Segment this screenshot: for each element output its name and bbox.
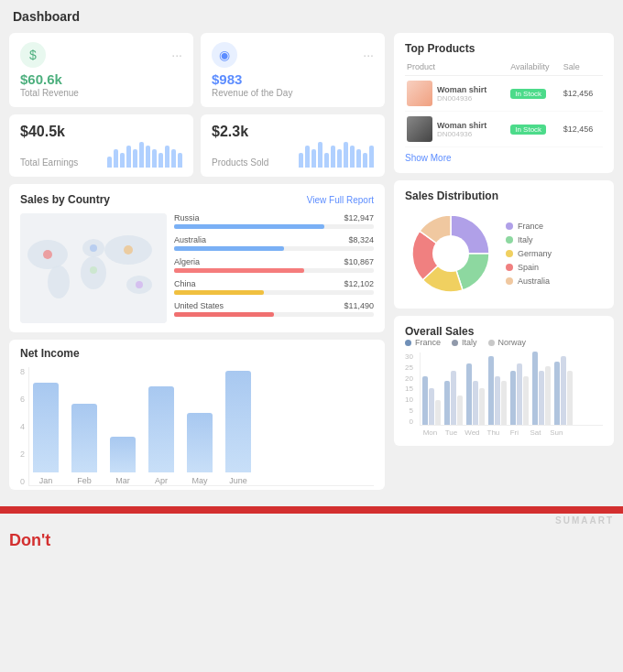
show-more-link[interactable]: Show More xyxy=(405,153,452,163)
sales-country-header: Sales by Country View Full Report xyxy=(20,193,374,206)
os-bar xyxy=(429,388,434,425)
world-map xyxy=(20,213,167,323)
total-earnings-card: $40.5k Total Earnings xyxy=(9,114,193,177)
os-bar xyxy=(444,381,450,425)
legend-item: Germany xyxy=(506,249,552,258)
os-y-label: 0 xyxy=(409,417,412,426)
revenue-day-label: Revenue of the Day xyxy=(212,88,374,98)
os-bar-group xyxy=(488,356,507,425)
products-label: Products Sold xyxy=(212,157,268,168)
net-income-card: Net Income 86420 Jan Feb Mar Apr May Jun… xyxy=(9,340,385,490)
sales-distribution-card: Sales Distribution FranceItalyGermanySpa… xyxy=(394,180,614,309)
y-label: 8 xyxy=(20,367,25,376)
os-chart-wrapper: 302520151050 MonTueWedThuFriSatSun xyxy=(405,352,603,437)
sales-by-country-card: Sales by Country View Full Report xyxy=(9,184,385,332)
earnings-content: Total Earnings xyxy=(20,142,182,168)
legend-item: Australia xyxy=(506,276,552,286)
legend-item: Spain xyxy=(506,263,552,272)
table-row: Woman shirt DN004936 In Stock $12,456 xyxy=(405,112,603,147)
country-row: China $12,102 xyxy=(174,279,374,295)
view-full-report-link[interactable]: View Full Report xyxy=(307,195,374,205)
os-bar xyxy=(457,396,463,425)
revenue-day-icon: ◉ xyxy=(212,42,237,68)
bar-group: June xyxy=(225,371,251,485)
dashboard-header: Dashboard xyxy=(0,0,623,29)
y-axis-labels: 86420 xyxy=(20,367,28,486)
os-legend-item: Italy xyxy=(452,338,477,347)
earnings-label: Total Earnings xyxy=(20,157,78,168)
os-x-labels: MonTueWedThuFriSatSun xyxy=(420,428,603,437)
earnings-mini-chart xyxy=(107,142,182,168)
stat-card-header-2: ◉ ··· xyxy=(212,42,374,68)
os-legend: FranceItalyNorway xyxy=(405,338,603,347)
os-bar xyxy=(501,381,507,425)
os-bar xyxy=(554,362,560,425)
bar-group: Jan xyxy=(33,383,59,485)
os-y-label: 20 xyxy=(405,374,413,383)
legend-item: Italy xyxy=(506,235,552,244)
svg-point-11 xyxy=(136,281,143,288)
os-bar xyxy=(545,366,551,425)
os-bar xyxy=(510,371,516,425)
page-wrapper: Dashboard $ ··· $60.6k Total Revenue xyxy=(0,0,623,554)
os-bar xyxy=(479,388,485,425)
top-products-title: Top Products xyxy=(405,42,603,55)
sales-country-title: Sales by Country xyxy=(20,193,110,206)
earnings-value: $40.5k xyxy=(20,124,182,140)
products-value: $2.3k xyxy=(212,124,374,140)
os-bar-group xyxy=(444,371,463,425)
revenue-day-value: $983 xyxy=(212,71,374,87)
country-bars: Russia $12,947 Australia $8,324 Algeria … xyxy=(174,213,374,323)
os-bar-group xyxy=(554,356,573,425)
os-bar xyxy=(473,381,478,425)
distribution-title: Sales Distribution xyxy=(405,190,603,202)
pie-chart xyxy=(405,208,497,299)
overall-sales-card: Overall Sales FranceItalyNorway 30252015… xyxy=(394,316,614,446)
os-bar xyxy=(422,376,428,425)
revenue-value: $60.6k xyxy=(20,71,182,87)
os-x-label: Wed xyxy=(464,428,481,437)
col-availability: Availability xyxy=(508,59,561,76)
svg-point-9 xyxy=(90,266,97,274)
country-row: Australia $8,324 xyxy=(174,235,374,251)
y-label: 6 xyxy=(20,395,25,404)
revenue-menu[interactable]: ··· xyxy=(171,48,182,62)
dont-label: Don't xyxy=(0,527,623,554)
products-table: Product Availability Sale Woman shirt DN… xyxy=(405,59,603,147)
left-panel: $ ··· $60.6k Total Revenue ◉ ··· $983 Re… xyxy=(9,33,385,497)
os-y-label: 30 xyxy=(405,352,413,361)
right-panel: Top Products Product Availability Sale W… xyxy=(394,33,614,497)
country-row: Algeria $10,867 xyxy=(174,257,374,273)
os-bar xyxy=(466,363,472,425)
os-bar xyxy=(517,363,522,425)
net-income-chart-container: 86420 Jan Feb Mar Apr May June xyxy=(20,367,374,486)
table-row: Woman shirt DN004936 In Stock $12,456 xyxy=(405,76,603,112)
watermark-bar xyxy=(0,506,623,514)
os-bar-group xyxy=(510,363,529,425)
net-income-title: Net Income xyxy=(20,347,374,360)
revenue-icon: $ xyxy=(20,42,46,68)
bar-group: May xyxy=(187,413,213,485)
os-bar xyxy=(567,371,573,425)
pie-area: FranceItalyGermanySpainAustralia xyxy=(405,208,603,299)
legend-item: France xyxy=(506,222,552,231)
os-chart-area: MonTueWedThuFriSatSun xyxy=(420,352,603,437)
bar-group: Apr xyxy=(148,386,174,485)
y-label: 4 xyxy=(20,422,25,431)
y-label: 0 xyxy=(20,477,25,486)
earnings-cards-row: $40.5k Total Earnings $2.3k Products Sol… xyxy=(9,114,385,177)
revenue-day-card: ◉ ··· $983 Revenue of the Day xyxy=(201,33,385,107)
watermark-text: SUMAART xyxy=(0,514,623,527)
os-bar xyxy=(532,352,538,425)
os-y-label: 15 xyxy=(405,385,413,393)
bar-group: Mar xyxy=(110,437,136,485)
stat-cards-row: $ ··· $60.6k Total Revenue ◉ ··· $983 Re… xyxy=(9,33,385,107)
os-legend-item: France xyxy=(405,338,441,347)
country-row: United States $11,490 xyxy=(174,301,374,317)
revenue-day-menu[interactable]: ··· xyxy=(363,48,374,62)
svg-point-8 xyxy=(90,244,97,252)
os-bars-area xyxy=(420,352,603,426)
table-header-row: Product Availability Sale xyxy=(405,59,603,76)
svg-point-7 xyxy=(43,250,52,259)
os-x-label: Mon xyxy=(421,428,439,437)
